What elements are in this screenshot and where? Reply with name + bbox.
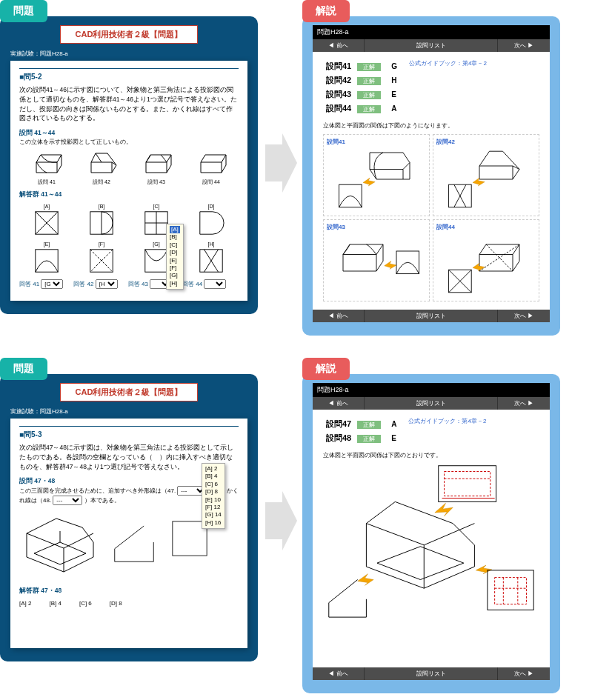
table-row: 設問42正解H: [323, 73, 400, 87]
answer-panel-2: 問題H28-a ◀ 前へ 設問リスト 次へ ▶ 設問47正解A 設問48正解E …: [302, 374, 560, 693]
nav-list[interactable]: 設問リスト: [365, 310, 498, 322]
correct-badge: 正解: [357, 63, 381, 71]
answer-row: 回答 41 [G] 回答 42 [H] 回答 43 回答 44: [19, 279, 239, 289]
table-row: 設問48正解E: [323, 431, 399, 445]
dropdown-option[interactable]: [B] 4: [205, 473, 222, 480]
breadcrumb: 実施試験：問題H28-a: [10, 50, 247, 58]
nav-list[interactable]: 設問リスト: [365, 667, 498, 680]
problem-header: CAD利用技術者２級【問題】: [60, 25, 199, 44]
problem-text: 次の設問41～46に示す図について、対象物と第三角法による投影図の関係として適切…: [19, 85, 239, 123]
problem-panel-1: CAD利用技術者２級【問題】 実施試験：問題H28-a ■問5-2 次の設問41…: [0, 16, 258, 314]
dropdown-option[interactable]: [C]: [170, 241, 180, 249]
dropdown-popup[interactable]: [A] 2 [B] 4 [C] 6 [D] 8 [E] 10 [F] 12 [G…: [202, 463, 225, 529]
tag-problem: 問題: [0, 0, 47, 22]
group-label-item: [H]: [208, 241, 215, 247]
answer-note: 立体図と平面図の関係は下図のようになります。: [323, 121, 539, 130]
group-label-item: [E]: [44, 241, 50, 247]
answer-option: [B] 4: [49, 600, 61, 607]
shapes-row: 設問 41 設問 42 設問 43 設問 44: [19, 150, 239, 186]
group-label-item: [D]: [208, 204, 215, 209]
dropdown-option[interactable]: [F] 12: [205, 504, 222, 511]
tag-problem: 問題: [0, 358, 47, 380]
nav-list[interactable]: 設問リスト: [365, 39, 498, 52]
arrow-icon: [258, 133, 302, 193]
group-label-item: [G]: [153, 241, 159, 247]
answer-label: 回答 42: [73, 281, 93, 287]
dropdown-option[interactable]: [H]: [170, 280, 180, 287]
cell-label: 設問43: [327, 223, 426, 231]
table-row: 設問43正解E: [323, 87, 400, 101]
dropdown-option[interactable]: [D] 8: [205, 488, 222, 496]
table-row: 設問47正解A: [323, 417, 399, 431]
table-row: 設問41正解G: [323, 59, 400, 73]
answer-label: 回答 44: [182, 281, 202, 287]
sub-title: 設問 41～44: [19, 129, 239, 138]
answer-select-48[interactable]: ---: [53, 496, 82, 505]
answer-topbar: 問題H28-a: [313, 383, 550, 397]
correct-badge: 正解: [357, 421, 381, 429]
dropdown-option[interactable]: [C] 6: [205, 481, 222, 488]
group-label-item: [B]: [99, 204, 105, 209]
group-label-item: [C]: [153, 204, 160, 209]
problem-header: CAD利用技術者２級【問題】: [60, 383, 199, 401]
cell-label: 設問42: [436, 138, 536, 146]
correct-badge: 正解: [357, 435, 381, 443]
answer-table: 設問41正解G 設問42正解H 設問43正解E 設問44正解A: [323, 59, 400, 116]
correct-badge: 正解: [357, 105, 381, 113]
arrow-icon: [258, 491, 302, 550]
problem-title: ■問5-3: [19, 426, 239, 440]
nav-prev[interactable]: ◀ 前へ: [313, 397, 365, 410]
ref-link[interactable]: 公式ガイドブック：第4章－2: [408, 417, 486, 425]
cell-label: 設問44: [436, 223, 536, 231]
table-row: 設問44正解A: [323, 101, 400, 116]
dropdown-option[interactable]: [A] 2: [205, 465, 222, 473]
shape-label: 設問 41: [38, 179, 56, 184]
shape-label: 設問 43: [147, 179, 165, 184]
answer-select-44[interactable]: [204, 279, 226, 289]
group-label: 解答群 41～44: [19, 190, 239, 199]
dropdown-option[interactable]: [E]: [170, 257, 180, 264]
answer-label: 回答 41: [19, 281, 39, 287]
nav-prev[interactable]: ◀ 前へ: [313, 667, 365, 680]
dropdown-option[interactable]: [H] 16: [205, 519, 222, 527]
nav-next[interactable]: 次へ ▶: [498, 397, 550, 410]
shape-label: 設問 44: [202, 179, 220, 184]
dropdown-popup[interactable]: [A] [B] [C] [D] [E] [F] [G] [H]: [166, 224, 184, 290]
dropdown-option[interactable]: [G] 14: [205, 511, 222, 519]
tag-answer: 解説: [302, 0, 350, 22]
dropdown-option[interactable]: [B]: [170, 233, 180, 241]
nav-next[interactable]: 次へ ▶: [498, 667, 550, 680]
group-label: 解答群 47・48: [19, 587, 239, 596]
dropdown-option[interactable]: [E] 10: [205, 496, 222, 504]
nav-prev[interactable]: ◀ 前へ: [313, 39, 365, 52]
problem-title: ■問5-2: [19, 68, 239, 82]
answer-select-42[interactable]: [H]: [96, 279, 118, 289]
dropdown-option[interactable]: [A]: [170, 226, 180, 233]
group-label-item: [A]: [44, 204, 50, 209]
answer-select-41[interactable]: [G]: [41, 279, 63, 289]
group-label-item: [F]: [99, 241, 104, 247]
sub-text: この立体を示す投影図として正しいもの。: [19, 138, 239, 146]
answer-option: [C] 6: [79, 600, 92, 607]
dropdown-option[interactable]: [F]: [170, 264, 180, 272]
problem-panel-2: CAD利用技術者２級【問題】 実施試験：問題H28-a ■問5-3 次の設問47…: [0, 374, 258, 661]
nav-next[interactable]: 次へ ▶: [498, 310, 550, 322]
ref-link[interactable]: 公式ガイドブック：第4章－2: [409, 59, 487, 67]
breadcrumb: 実施試験：問題H28-a: [10, 407, 247, 416]
answer-option: [A] 2: [19, 600, 31, 607]
dropdown-option[interactable]: [G]: [170, 272, 180, 279]
correct-badge: 正解: [357, 77, 381, 85]
answer-option: [D] 8: [110, 600, 122, 607]
dropdown-option[interactable]: [D]: [170, 249, 180, 256]
nav-next[interactable]: 次へ ▶: [498, 39, 550, 52]
answer-table: 設問47正解A 設問48正解E: [323, 417, 399, 445]
nav-list[interactable]: 設問リスト: [365, 397, 498, 410]
answer-panel-1: 問題H28-a ◀ 前へ 設問リスト 次へ ▶ 設問41正解G 設問42正解H …: [302, 16, 560, 336]
cell-label: 設問41: [327, 138, 426, 146]
correct-badge: 正解: [357, 91, 381, 99]
answer-topbar: 問題H28-a: [313, 25, 550, 39]
answer-label: 回答 43: [128, 281, 148, 287]
shape-label: 設問 42: [93, 179, 110, 184]
tag-answer: 解説: [302, 358, 350, 380]
nav-prev[interactable]: ◀ 前へ: [313, 310, 365, 322]
